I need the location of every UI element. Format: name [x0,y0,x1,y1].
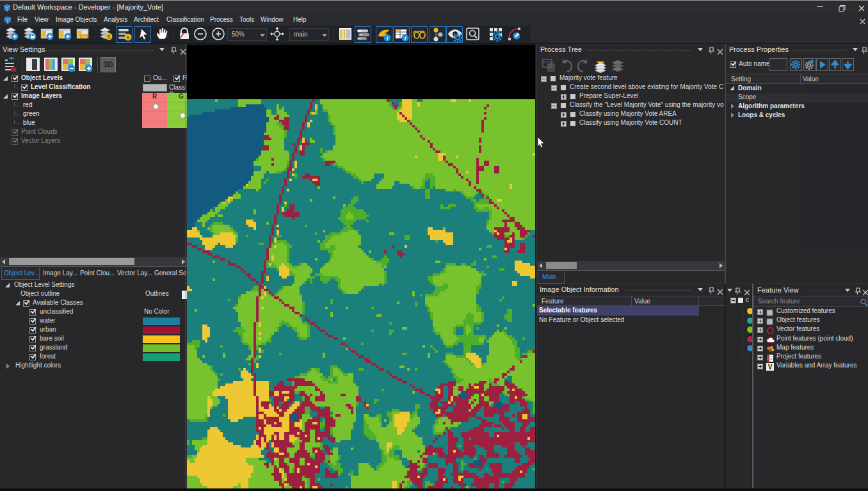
svg-text:$: $ [108,34,111,40]
svg-text:$: $ [127,35,130,40]
svg-text:V: V [768,364,773,371]
